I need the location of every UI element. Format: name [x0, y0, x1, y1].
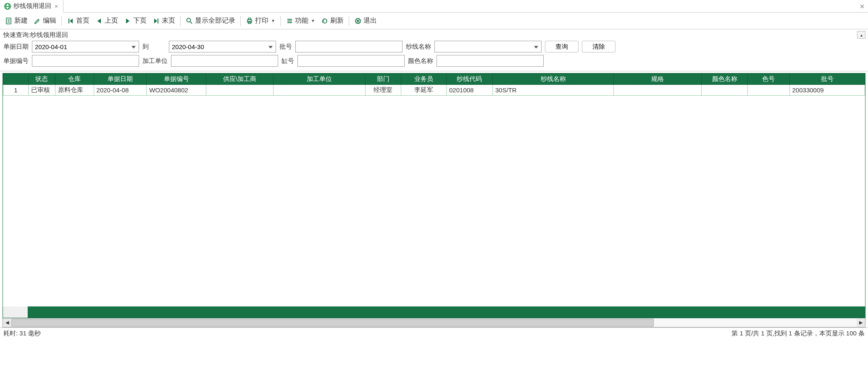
first-label: 首页 [76, 16, 89, 25]
scroll-left-button[interactable]: ◀ [3, 318, 11, 327]
yarnname-input[interactable] [434, 41, 542, 52]
date-to-input[interactable] [169, 41, 276, 52]
search-icon [186, 17, 193, 25]
toolbar: 新建 编辑 首页 上页 下页 末页 显示全部记录 打印 ▼ 功能 ▼ 刷新 [0, 13, 868, 29]
globe-icon [4, 3, 11, 10]
cell-status: 已审核 [28, 85, 55, 96]
grid-header-row: 状态 仓库 单据日期 单据编号 供应\加工商 加工单位 部门 业务员 纱线代码 … [3, 74, 865, 85]
prev-page-button[interactable]: 上页 [93, 15, 121, 26]
col-rownum[interactable] [3, 74, 29, 85]
col-salesman[interactable]: 业务员 [401, 74, 447, 85]
grid-footer [3, 306, 865, 318]
cell-warehouse: 原料仓库 [55, 85, 94, 96]
col-procunit[interactable]: 加工单位 [273, 74, 365, 85]
horizontal-scrollbar[interactable]: ◀ ▶ [3, 318, 865, 327]
next-page-button[interactable]: 下页 [121, 15, 149, 26]
vatno-input[interactable] [297, 55, 405, 67]
col-docdate[interactable]: 单据日期 [94, 74, 147, 85]
close-icon[interactable]: × [54, 3, 59, 10]
chevron-up-icon: ▴ [860, 33, 863, 37]
refresh-icon [321, 17, 329, 25]
next-label: 下页 [133, 16, 147, 25]
col-spec[interactable]: 规格 [614, 74, 702, 85]
prev-label: 上页 [105, 16, 118, 25]
scroll-right-button[interactable]: ▶ [857, 318, 865, 327]
col-yarncode[interactable]: 纱线代码 [447, 74, 493, 85]
yarnname-label: 纱线名称 [406, 43, 431, 51]
window-close-icon[interactable]: × [860, 2, 865, 11]
svg-point-4 [187, 18, 191, 22]
scroll-track[interactable] [11, 318, 857, 327]
chevron-down-icon: ▼ [271, 18, 275, 23]
colorname-label: 颜色名称 [408, 57, 433, 65]
col-status[interactable]: 状态 [28, 74, 55, 85]
col-supplier[interactable]: 供应\加工商 [206, 74, 274, 85]
col-yarnname[interactable]: 纱线名称 [492, 74, 614, 85]
separator [240, 16, 241, 26]
docno-input[interactable] [32, 55, 139, 67]
first-page-button[interactable]: 首页 [64, 15, 92, 26]
last-icon [153, 17, 160, 25]
status-bar: 耗时: 31 毫秒 第 1 页/共 1 页,找到 1 条记录，本页显示 100 … [0, 327, 868, 339]
procunit-input[interactable] [171, 55, 278, 67]
new-button[interactable]: 新建 [3, 15, 30, 26]
function-button[interactable]: 功能 ▼ [283, 15, 318, 26]
col-colorno[interactable]: 色号 [747, 74, 789, 85]
refresh-button[interactable]: 刷新 [318, 15, 346, 26]
print-label: 打印 [255, 16, 268, 25]
clear-button[interactable]: 清除 [582, 41, 615, 52]
exit-button[interactable]: 退出 [352, 15, 379, 26]
grid-scroll[interactable]: 状态 仓库 单据日期 单据编号 供应\加工商 加工单位 部门 业务员 纱线代码 … [3, 73, 865, 306]
batch-label: 批号 [279, 43, 292, 51]
function-label: 功能 [295, 16, 308, 25]
cell-rownum: 1 [3, 85, 29, 96]
cell-yarncode: 0201008 [447, 85, 493, 96]
date-label: 单据日期 [3, 43, 29, 51]
show-all-button[interactable]: 显示全部记录 [183, 15, 238, 26]
colorname-input[interactable] [437, 55, 544, 67]
cell-procunit [273, 85, 365, 96]
quick-query-panel: 快速查询:纱线领用退回 ▴ 单据日期 到 批号 纱线名称 查询 清除 单据编号 … [0, 29, 868, 71]
separator [280, 16, 281, 26]
scroll-thumb[interactable] [11, 319, 654, 327]
last-page-button[interactable]: 末页 [150, 15, 178, 26]
show-all-label: 显示全部记录 [195, 16, 235, 25]
exit-icon [354, 17, 362, 25]
vatno-label: 缸号 [281, 57, 294, 65]
exit-label: 退出 [363, 16, 377, 25]
tab-yarn-return[interactable]: 纱线领用退回 × [0, 0, 63, 13]
col-dept[interactable]: 部门 [365, 74, 401, 85]
col-batch[interactable]: 批号 [789, 74, 865, 85]
edit-button[interactable]: 编辑 [31, 15, 59, 26]
docno-label: 单据编号 [3, 57, 29, 65]
first-icon [67, 17, 74, 25]
col-docno[interactable]: 单据编号 [147, 74, 206, 85]
cell-salesman: 李延军 [401, 85, 447, 96]
data-grid: 状态 仓库 单据日期 单据编号 供应\加工商 加工单位 部门 业务员 纱线代码 … [3, 73, 865, 96]
edit-label: 编辑 [43, 16, 56, 25]
col-colorname[interactable]: 颜色名称 [702, 74, 748, 85]
date-from-input[interactable] [32, 41, 139, 52]
col-warehouse[interactable]: 仓库 [55, 74, 94, 85]
cell-batch: 200330009 [789, 85, 865, 96]
cell-supplier [206, 85, 274, 96]
batch-input[interactable] [295, 41, 402, 52]
cell-colorname [702, 85, 748, 96]
grid-container: 状态 仓库 单据日期 单据编号 供应\加工商 加工单位 部门 业务员 纱线代码 … [0, 71, 868, 327]
separator [180, 16, 181, 26]
table-row[interactable]: 1 已审核 原料仓库 2020-04-08 WO20040802 经理室 李延军… [3, 85, 865, 96]
separator [349, 16, 349, 26]
search-button[interactable]: 查询 [545, 41, 579, 52]
svg-line-5 [190, 22, 192, 24]
cell-yarnname: 30S/TR [492, 85, 614, 96]
separator [61, 16, 62, 26]
new-icon [5, 17, 13, 25]
collapse-button[interactable]: ▴ [857, 31, 865, 39]
status-pagination: 第 1 页/共 1 页,找到 1 条记录，本页显示 100 条 [731, 330, 865, 338]
print-button[interactable]: 打印 ▼ [243, 15, 278, 26]
chevron-down-icon: ▼ [311, 18, 315, 23]
print-icon [246, 17, 253, 25]
new-label: 新建 [14, 16, 28, 25]
tab-bar: 纱线领用退回 × × [0, 0, 868, 13]
grid-footer-rownum [3, 306, 28, 318]
